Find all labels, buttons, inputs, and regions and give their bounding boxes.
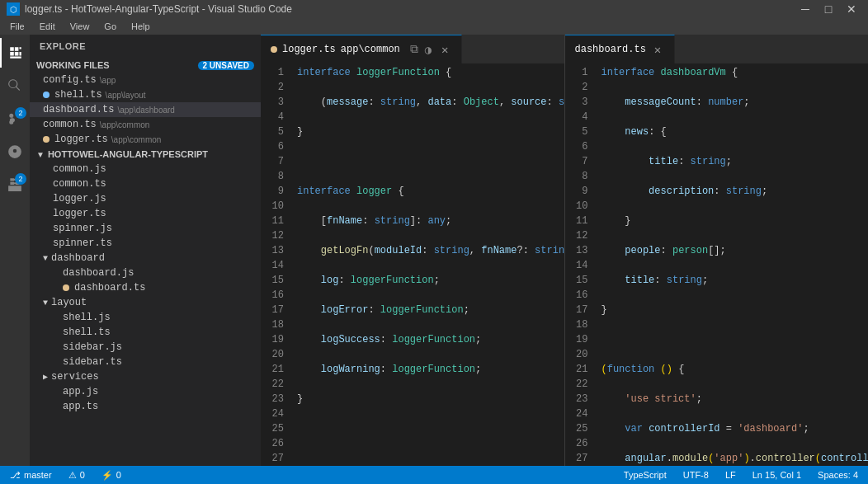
tab-path: app\common (341, 44, 400, 55)
working-files-label: WORKING FILES (36, 60, 110, 70)
sidebar-header: EXPLORE (30, 35, 261, 58)
cursor-label: Ln 15, Col 1 (752, 470, 801, 480)
window-controls: ─ □ ✕ (795, 2, 861, 16)
file-name: dashboard.ts (43, 104, 114, 115)
activity-git[interactable]: 2 (0, 104, 30, 134)
tab-close-button[interactable]: ✕ (438, 43, 451, 56)
language-mode[interactable]: TypeScript (620, 470, 670, 480)
line-numbers-left: 12345 678910 1112131415 1617181920 21222… (261, 63, 290, 466)
tab-logger-ts[interactable]: logger.ts app\common ⧉ ◑ ✕ (261, 35, 462, 63)
status-bar: ⎇ master ⚠ 0 ⚡ 0 TypeScript UTF-8 LF Ln … (0, 466, 868, 484)
indentation-label: Spaces: 4 (818, 470, 858, 480)
language-label: TypeScript (624, 470, 667, 480)
folder-name: layout (51, 297, 87, 308)
right-code-content: interface dashboardVm { messageCount: nu… (595, 63, 869, 466)
menu-view[interactable]: View (64, 20, 97, 33)
tree-sidebar-ts[interactable]: sidebar.ts (30, 355, 261, 369)
activity-bar: 2 2 (0, 35, 30, 466)
main-layout: 2 2 EXPLORE WORKING FILES 2 UNSAVED conf… (0, 35, 868, 466)
folder-services[interactable]: ▶ services (30, 369, 261, 384)
right-code-area[interactable]: 12345 678910 1112131415 1617181920 21222… (565, 63, 869, 466)
line-ending-label: LF (725, 470, 736, 480)
indentation-status[interactable]: Spaces: 4 (814, 470, 861, 480)
tree-app-js[interactable]: app.js (30, 384, 261, 399)
folder-layout[interactable]: ▼ layout (30, 295, 261, 310)
working-file-dashboard[interactable]: dashboard.ts \app\dashboard (30, 102, 261, 117)
left-tab-bar: logger.ts app\common ⧉ ◑ ✕ (261, 35, 564, 63)
project-label: HOTTOWEL-ANGULAR-TYPESCRIPT (48, 149, 208, 159)
working-files-section[interactable]: WORKING FILES 2 UNSAVED (30, 58, 261, 73)
working-file-shell[interactable]: shell.ts \app\layout (30, 87, 261, 102)
git-branch-status[interactable]: ⎇ master (7, 470, 55, 481)
title-bar: ⬡ logger.ts - HotTowel-Angular-TypeScrip… (0, 0, 868, 18)
menu-help[interactable]: Help (125, 20, 157, 33)
error-status[interactable]: ⚠ 0 (65, 470, 88, 481)
maximize-button[interactable]: □ (818, 2, 838, 16)
editor-area: logger.ts app\common ⧉ ◑ ✕ 12345 678910 … (261, 35, 868, 466)
window-title: logger.ts - HotTowel-Angular-TypeScript … (25, 3, 292, 15)
tree-sidebar-js[interactable]: sidebar.js (30, 340, 261, 355)
tree-spinner-js[interactable]: spinner.js (30, 221, 261, 236)
line-ending-status[interactable]: LF (722, 470, 739, 480)
encoding-status[interactable]: UTF-8 (680, 470, 712, 480)
tree-logger-js[interactable]: logger.js (30, 191, 261, 206)
folder-arrow: ▼ (43, 298, 48, 308)
project-section[interactable]: ▼ HOTTOWEL-ANGULAR-TYPESCRIPT (30, 147, 261, 162)
sidebar: EXPLORE WORKING FILES 2 UNSAVED config.t… (30, 35, 261, 466)
tree-app-ts[interactable]: app.ts (30, 399, 261, 414)
file-path: \app\layout (106, 91, 146, 100)
tree-common-js[interactable]: common.js (30, 162, 261, 176)
folder-name: dashboard (51, 252, 105, 264)
editors-pane: logger.ts app\common ⧉ ◑ ✕ 12345 678910 … (261, 35, 868, 466)
menu-file[interactable]: File (3, 20, 31, 33)
activity-explorer[interactable] (0, 38, 30, 68)
menu-bar: File Edit View Go Help (0, 18, 868, 35)
warning-count: 0 (116, 470, 121, 480)
warning-status[interactable]: ⚡ 0 (98, 470, 125, 481)
left-editor-panel: logger.ts app\common ⧉ ◑ ✕ 12345 678910 … (261, 35, 565, 466)
tree-dashboard-js[interactable]: dashboard.js (30, 265, 261, 280)
warning-icon: ⚡ (101, 470, 113, 481)
split-editor-button[interactable]: ⧉ (408, 41, 420, 58)
tab-close-button[interactable]: ✕ (651, 43, 664, 56)
menu-go[interactable]: Go (97, 20, 123, 33)
working-file-logger[interactable]: logger.ts \app\common (30, 132, 261, 147)
file-path: \app (100, 76, 116, 85)
file-name: common.ts (43, 119, 97, 130)
tab-modified-dot (271, 46, 277, 53)
file-path: \app\common (111, 135, 162, 144)
tree-logger-ts[interactable]: logger.ts (30, 206, 261, 221)
tab-dashboard-ts[interactable]: dashboard.ts ✕ (565, 35, 675, 63)
working-file-common[interactable]: common.ts \app\common (30, 117, 261, 132)
tree-shell-js[interactable]: shell.js (30, 310, 261, 325)
folder-arrow: ▶ (43, 372, 48, 382)
tab-name: logger.ts (282, 44, 336, 55)
tree-common-ts[interactable]: common.ts (30, 176, 261, 191)
left-code-area[interactable]: 12345 678910 1112131415 1617181920 21222… (261, 63, 564, 466)
encoding-label: UTF-8 (683, 470, 709, 480)
tree-spinner-ts[interactable]: spinner.ts (30, 236, 261, 251)
activity-extensions[interactable]: 2 (0, 170, 30, 200)
extensions-badge: 2 (15, 173, 26, 185)
modified-dot (43, 92, 50, 98)
close-button[interactable]: ✕ (842, 2, 861, 16)
working-file-config[interactable]: config.ts \app (30, 73, 261, 87)
folder-arrow: ▼ (43, 254, 48, 263)
tab-name: dashboard.ts (575, 44, 646, 55)
activity-debug[interactable] (0, 137, 30, 167)
branch-name: master (24, 470, 52, 480)
tab-actions: ⧉ ◑ (408, 41, 433, 59)
app-icon: ⬡ (7, 2, 20, 16)
open-changes-button[interactable]: ◑ (423, 41, 433, 59)
activity-search[interactable] (0, 71, 30, 101)
folder-dashboard[interactable]: ▼ dashboard (30, 251, 261, 265)
minimize-button[interactable]: ─ (795, 2, 815, 16)
modified-dot (43, 136, 50, 143)
right-editor-panel: dashboard.ts ✕ 12345 678910 1112131415 1… (565, 35, 869, 466)
menu-edit[interactable]: Edit (33, 20, 62, 33)
cursor-position[interactable]: Ln 15, Col 1 (749, 470, 804, 480)
line-numbers-right: 12345 678910 1112131415 1617181920 21222… (565, 63, 595, 466)
tree-dashboard-ts[interactable]: dashboard.ts (30, 280, 261, 295)
unsaved-badge: 2 UNSAVED (198, 61, 255, 70)
tree-shell-ts[interactable]: shell.ts (30, 325, 261, 340)
